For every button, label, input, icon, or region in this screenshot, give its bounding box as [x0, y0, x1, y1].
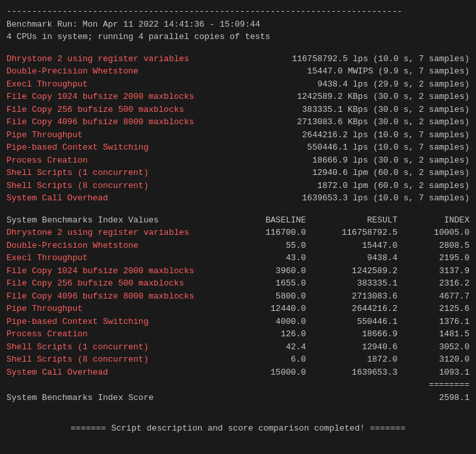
index-table-row: Shell Scripts (1 concurrent) 42.4 12940.…: [7, 341, 469, 354]
header-line2: 4 CPUs in system; running 4 parallel cop…: [7, 31, 469, 44]
benchmark-row: Execl Throughput 9438.4 lps (29.9 s, 2 s…: [7, 78, 469, 91]
bench-value: 1639653.3 lps (10.0 s, 7 samples): [228, 192, 469, 205]
index-row-baseline: 1655.0: [248, 277, 306, 290]
index-row-name: Pipe-based Context Switching: [7, 315, 228, 328]
index-row-baseline: 3960.0: [248, 265, 306, 278]
benchmark-row: System Call Overhead 1639653.3 lps (10.0…: [7, 192, 469, 205]
index-row-baseline: 126.0: [248, 328, 306, 341]
index-table-row: Execl Throughput 43.0 9438.4 2195.0: [7, 252, 469, 265]
col-baseline-header: BASELINE: [248, 214, 306, 227]
index-row-index: 1376.1: [417, 315, 469, 328]
index-table-row: System Call Overhead 15000.0 1639653.3 1…: [7, 366, 469, 379]
bench-value: 550446.1 lps (10.0 s, 7 samples): [228, 141, 469, 154]
bench-name: File Copy 4096 bufsize 8000 maxblocks: [7, 116, 228, 129]
index-row-index: 3137.9: [417, 265, 469, 278]
benchmark-row: Shell Scripts (8 concurrent) 1872.0 lpm …: [7, 180, 469, 193]
index-row-result: 18666.9: [326, 328, 397, 341]
index-row-name: File Copy 256 bufsize 500 maxblocks: [7, 277, 228, 290]
index-row-name: Shell Scripts (8 concurrent): [7, 353, 228, 366]
index-table-row: File Copy 4096 bufsize 8000 maxblocks 58…: [7, 290, 469, 303]
index-row-baseline: 43.0: [248, 252, 306, 265]
index-row-result: 1639653.3: [326, 366, 397, 379]
index-row-index: 2316.2: [417, 277, 469, 290]
index-row-result: 116758792.5: [326, 226, 397, 239]
col-result-header: RESULT: [326, 214, 397, 227]
bench-value: 2713083.6 KBps (30.0 s, 2 samples): [228, 116, 469, 129]
index-row-result: 12940.6: [326, 341, 397, 354]
benchmarks-container: Dhrystone 2 using register variables 116…: [7, 53, 469, 205]
index-row-baseline: 4000.0: [248, 315, 306, 328]
score-row: System Benchmarks Index Score 2598.1: [7, 392, 469, 405]
index-row-name: File Copy 1024 bufsize 2000 maxblocks: [7, 265, 228, 278]
index-row-index: 4677.7: [417, 290, 469, 303]
benchmark-row: File Copy 256 bufsize 500 maxblocks 3833…: [7, 103, 469, 116]
bench-name: Double-Precision Whetstone: [7, 65, 228, 78]
benchmark-row: Shell Scripts (1 concurrent) 12940.6 lpm…: [7, 167, 469, 180]
index-row-index: 1481.5: [417, 328, 469, 341]
terminal: ----------------------------------------…: [7, 5, 469, 435]
index-row-result: 2644216.2: [326, 302, 397, 315]
benchmark-row: Pipe Throughput 2644216.2 lps (10.0 s, 7…: [7, 129, 469, 142]
index-row-result: 383335.1: [326, 277, 397, 290]
benchmark-row: File Copy 4096 bufsize 8000 maxblocks 27…: [7, 116, 469, 129]
index-table-row: File Copy 1024 bufsize 2000 maxblocks 39…: [7, 265, 469, 278]
index-row-name: Double-Precision Whetstone: [7, 239, 228, 252]
index-row-name: Dhrystone 2 using register variables: [7, 226, 228, 239]
index-row-name: Process Creation: [7, 328, 228, 341]
index-row-baseline: 6.0: [248, 353, 306, 366]
score-label: System Benchmarks Index Score: [7, 392, 417, 405]
bench-name: System Call Overhead: [7, 192, 228, 205]
score-value: 2598.1: [417, 392, 469, 405]
bench-name: Shell Scripts (1 concurrent): [7, 167, 228, 180]
bench-value: 18666.9 lps (30.0 s, 2 samples): [228, 154, 469, 167]
bench-name: File Copy 256 bufsize 500 maxblocks: [7, 103, 228, 116]
index-row-index: 1093.1: [417, 366, 469, 379]
index-row-index: 10005.0: [417, 226, 469, 239]
index-table-row: Dhrystone 2 using register variables 116…: [7, 226, 469, 239]
bench-value: 383335.1 KBps (30.0 s, 2 samples): [228, 103, 469, 116]
index-table-row: Shell Scripts (8 concurrent) 6.0 1872.0 …: [7, 353, 469, 366]
index-table-header: System Benchmarks Index Values BASELINE …: [7, 214, 469, 227]
index-row-result: 15447.0: [326, 239, 397, 252]
index-row-index: 3120.0: [417, 353, 469, 366]
index-row-index: 2808.5: [417, 239, 469, 252]
benchmark-row: Process Creation 18666.9 lps (30.0 s, 2 …: [7, 154, 469, 167]
benchmark-row: Double-Precision Whetstone 15447.0 MWIPS…: [7, 65, 469, 78]
index-row-baseline: 55.0: [248, 239, 306, 252]
bench-name: Execl Throughput: [7, 78, 228, 91]
index-row-baseline: 5800.0: [248, 290, 306, 303]
bench-value: 9438.4 lps (29.9 s, 2 samples): [228, 78, 469, 91]
index-row-index: 3052.0: [417, 341, 469, 354]
index-table-row: File Copy 256 bufsize 500 maxblocks 1655…: [7, 277, 469, 290]
index-table-row: Process Creation 126.0 18666.9 1481.5: [7, 328, 469, 341]
index-row-index: 2125.6: [417, 302, 469, 315]
bench-value: 12940.6 lpm (60.0 s, 2 samples): [228, 167, 469, 180]
index-row-result: 2713083.6: [326, 290, 397, 303]
index-table-row: Pipe-based Context Switching 4000.0 5504…: [7, 315, 469, 328]
benchmark-row: Dhrystone 2 using register variables 116…: [7, 53, 469, 66]
benchmark-row: Pipe-based Context Switching 550446.1 lp…: [7, 141, 469, 154]
bench-name: File Copy 1024 bufsize 2000 maxblocks: [7, 90, 228, 103]
index-row-result: 1872.0: [326, 353, 397, 366]
index-row-name: Pipe Throughput: [7, 302, 228, 315]
index-row-baseline: 12440.0: [248, 302, 306, 315]
col-name-header: System Benchmarks Index Values: [7, 214, 228, 227]
bench-value: 15447.0 MWIPS (9.9 s, 7 samples): [228, 65, 469, 78]
separator-line: ----------------------------------------…: [7, 5, 469, 18]
index-row-result: 1242589.2: [326, 265, 397, 278]
equals-separator: ========: [7, 379, 469, 392]
col-index-header: INDEX: [417, 214, 469, 227]
index-table-row: Pipe Throughput 12440.0 2644216.2 2125.6: [7, 302, 469, 315]
bench-value: 1242589.2 KBps (30.0 s, 2 samples): [228, 90, 469, 103]
bench-name: Process Creation: [7, 154, 228, 167]
bench-value: 2644216.2 lps (10.0 s, 7 samples): [228, 129, 469, 142]
bench-name: Shell Scripts (8 concurrent): [7, 180, 228, 193]
index-row-index: 2195.0: [417, 252, 469, 265]
completion-line: ======= Script description and score com…: [7, 422, 469, 435]
index-row-baseline: 116700.0: [248, 226, 306, 239]
benchmark-row: File Copy 1024 bufsize 2000 maxblocks 12…: [7, 90, 469, 103]
index-row-name: Shell Scripts (1 concurrent): [7, 341, 228, 354]
index-row-result: 550446.1: [326, 315, 397, 328]
index-row-name: System Call Overhead: [7, 366, 228, 379]
index-row-baseline: 15000.0: [248, 366, 306, 379]
